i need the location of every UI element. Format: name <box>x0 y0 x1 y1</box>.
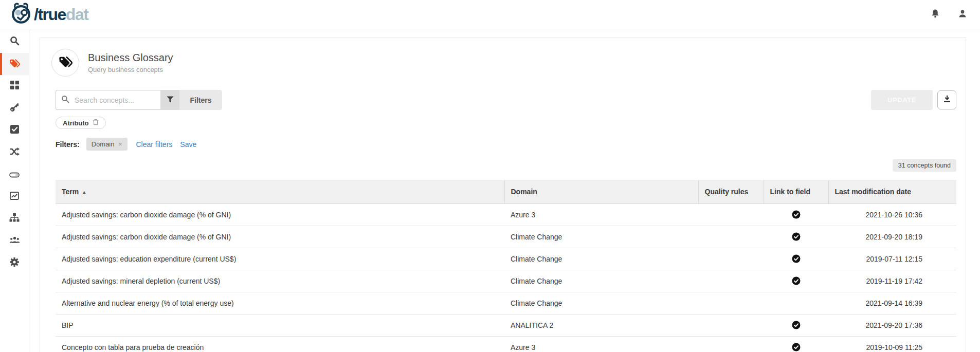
atributo-chip-label: Atributo <box>63 119 89 127</box>
filters-button[interactable]: Filters <box>179 90 222 110</box>
link-check-icon <box>792 232 801 241</box>
term-cell[interactable]: Concepto con tabla para prueba de creaci… <box>56 336 504 352</box>
sidebar-item-business-glossary[interactable] <box>0 53 29 75</box>
filter-funnel-button[interactable] <box>160 90 179 110</box>
column-header-link-to-field[interactable]: Link to field <box>764 180 828 203</box>
link-to-field-cell <box>764 226 828 248</box>
notifications-button[interactable] <box>931 9 940 20</box>
gear-icon <box>10 257 19 269</box>
search-group: Filters <box>56 90 222 110</box>
download-icon <box>943 95 951 105</box>
results-count-badge: 31 concepts found <box>893 159 956 172</box>
column-header-term[interactable]: Term▲ <box>56 180 504 203</box>
domain-filter-label: Domain <box>92 140 115 148</box>
link-to-field-cell <box>764 270 828 292</box>
link-check-icon <box>792 210 801 219</box>
domain-filter-chip[interactable]: Domain × <box>86 138 128 151</box>
topbar-actions <box>931 9 970 20</box>
link-to-field-cell <box>764 292 828 314</box>
term-cell[interactable]: Adjusted savings: education expenditure … <box>56 248 504 270</box>
sidebar-item-modules[interactable] <box>0 75 29 97</box>
domain-cell: Climate Change <box>504 248 698 270</box>
key-icon <box>10 103 19 114</box>
search-input[interactable] <box>74 96 151 105</box>
shuffle-icon <box>10 147 20 158</box>
trash-icon[interactable] <box>93 119 99 127</box>
term-cell[interactable]: Adjusted savings: mineral depletion (cur… <box>56 270 504 292</box>
business-glossary-panel: Business Glossary Query business concept… <box>40 38 966 352</box>
sidebar-item-lineage[interactable] <box>0 208 29 230</box>
sidebar-item-relations[interactable] <box>0 141 29 163</box>
quality-rules-cell <box>698 292 764 314</box>
quality-rules-cell <box>698 336 764 352</box>
link-check-icon <box>792 343 801 351</box>
atributo-chip[interactable]: Atributo <box>56 117 106 129</box>
toolbar: Filters UPDATE <box>56 90 956 110</box>
page-header-text: Business Glossary Query business concept… <box>88 52 173 73</box>
sidebar-item-quality[interactable] <box>0 119 29 141</box>
search-box <box>56 90 160 110</box>
sitemap-icon <box>9 213 20 224</box>
results-count-row: 31 concepts found <box>40 159 956 172</box>
search-icon <box>10 36 20 48</box>
check-square-icon <box>10 125 19 136</box>
link-check-icon <box>792 321 801 329</box>
sidebar-item-search[interactable] <box>0 31 29 53</box>
active-filters-bar: Filters: Domain × Clear filters Save <box>56 138 966 151</box>
column-header-quality-rules[interactable]: Quality rules <box>698 180 764 203</box>
link-check-icon <box>792 254 801 263</box>
tags-icon <box>9 59 20 70</box>
table-row[interactable]: Adjusted savings: carbon dioxide damage … <box>56 203 956 226</box>
user-menu-button[interactable] <box>958 9 967 20</box>
sidebar-item-dashboards[interactable] <box>0 186 29 208</box>
column-header-last-modification-date[interactable]: Last modification date <box>828 180 956 203</box>
sidebar-item-settings[interactable] <box>0 252 29 274</box>
last-modification-date-cell: 2019-11-19 17:42 <box>828 270 956 292</box>
term-cell[interactable]: Adjusted savings: carbon dioxide damage … <box>56 203 504 226</box>
link-to-field-cell <box>764 336 828 352</box>
top-bar: /truedat <box>0 0 980 29</box>
last-modification-date-cell: 2019-10-09 11:25 <box>828 336 956 352</box>
table-row[interactable]: Adjusted savings: carbon dioxide damage … <box>56 226 956 248</box>
chart-line-icon <box>10 192 19 202</box>
quality-rules-cell <box>698 203 764 226</box>
sidebar-item-data-structures[interactable] <box>0 163 29 186</box>
update-button[interactable]: UPDATE <box>871 90 933 110</box>
page-header-icon-circle <box>51 49 79 77</box>
concepts-table: Term▲ Domain Quality rules Link to field… <box>56 180 956 352</box>
table-row[interactable]: BIP ANALITICA 2 2021-09-20 17:36 <box>56 314 956 336</box>
download-button[interactable] <box>937 90 956 109</box>
applied-template-chips: Atributo <box>56 117 966 129</box>
quality-rules-cell <box>698 226 764 248</box>
filters-bar-label: Filters: <box>56 140 80 149</box>
last-modification-date-cell: 2019-07-11 12:15 <box>828 248 956 270</box>
user-icon <box>958 9 967 20</box>
truedat-logo[interactable]: /truedat <box>10 2 88 27</box>
term-cell[interactable]: Adjusted savings: carbon dioxide damage … <box>56 226 504 248</box>
grid-icon <box>10 81 19 91</box>
table-row[interactable]: Adjusted savings: education expenditure … <box>56 248 956 270</box>
sidebar-item-groups[interactable] <box>0 230 29 252</box>
page-title: Business Glossary <box>88 52 173 64</box>
domain-cell: Azure 3 <box>504 336 698 352</box>
last-modification-date-cell: 2021-09-20 17:36 <box>828 314 956 336</box>
domain-cell: Climate Change <box>504 270 698 292</box>
remove-filter-icon[interactable]: × <box>118 141 122 147</box>
table-header-row: Term▲ Domain Quality rules Link to field… <box>56 180 956 203</box>
column-header-domain[interactable]: Domain <box>504 180 698 203</box>
sort-asc-icon: ▲ <box>82 190 86 195</box>
page-subtitle: Query business concepts <box>88 66 173 73</box>
drive-icon <box>9 170 20 180</box>
users-icon <box>9 236 20 246</box>
domain-cell: Climate Change <box>504 292 698 314</box>
table-row[interactable]: Adjusted savings: mineral depletion (cur… <box>56 270 956 292</box>
search-icon <box>61 95 69 105</box>
link-to-field-cell <box>764 248 828 270</box>
table-row[interactable]: Concepto con tabla para prueba de creaci… <box>56 336 956 352</box>
term-cell[interactable]: BIP <box>56 314 504 336</box>
save-filters-link[interactable]: Save <box>180 140 196 149</box>
term-cell[interactable]: Alternative and nuclear energy (% of tot… <box>56 292 504 314</box>
table-row[interactable]: Alternative and nuclear energy (% of tot… <box>56 292 956 314</box>
clear-filters-link[interactable]: Clear filters <box>136 140 173 149</box>
sidebar-item-permissions[interactable] <box>0 97 29 119</box>
